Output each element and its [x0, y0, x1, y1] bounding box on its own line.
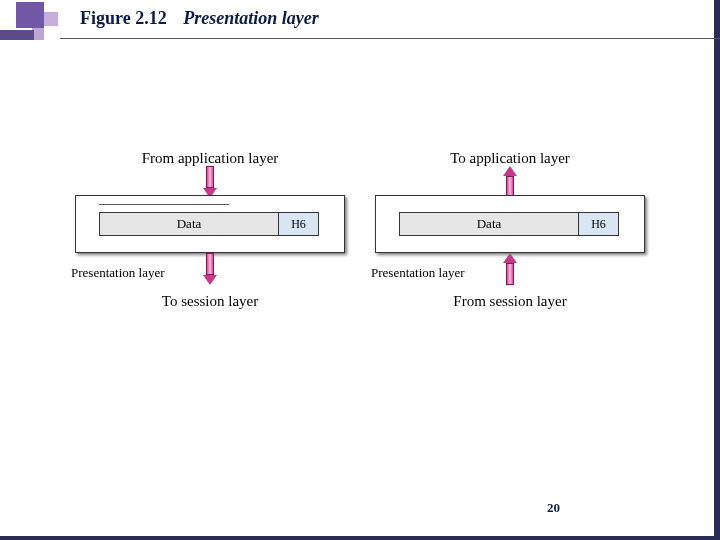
right-bottom-label: From session layer [375, 293, 645, 310]
right-data-cell: Data [399, 212, 579, 236]
left-caption: Presentation layer [71, 265, 165, 281]
right-header-cell: H6 [579, 212, 619, 236]
left-pdu: Data H6 [99, 212, 319, 236]
bottom-stripe [0, 536, 720, 540]
title: Figure 2.12 Presentation layer [80, 8, 319, 29]
diagram: From application layer Data H6 Presentat… [75, 150, 645, 350]
left-panel: From application layer Data H6 Presentat… [75, 150, 345, 350]
figure-number: Figure 2.12 [80, 8, 167, 28]
left-box-topline [99, 204, 229, 205]
right-caption: Presentation layer [371, 265, 465, 281]
figure-subject: Presentation layer [183, 8, 319, 28]
arrow-down-icon [203, 253, 217, 285]
left-header-cell: H6 [279, 212, 319, 236]
arrow-down-icon [203, 166, 217, 198]
right-stripe [714, 0, 720, 540]
right-panel: To application layer Data H6 Presentatio… [375, 150, 645, 350]
title-bar: Figure 2.12 Presentation layer [0, 0, 720, 60]
arrow-up-icon [503, 253, 517, 285]
left-data-cell: Data [99, 212, 279, 236]
slide-motif-icon [0, 0, 60, 60]
page-number: 20 [547, 500, 560, 516]
slide: Figure 2.12 Presentation layer From appl… [0, 0, 720, 540]
left-bottom-label: To session layer [75, 293, 345, 310]
left-top-label: From application layer [75, 150, 345, 167]
right-top-label: To application layer [375, 150, 645, 167]
arrow-up-icon [503, 166, 517, 198]
title-underline [60, 38, 720, 39]
right-pdu: Data H6 [399, 212, 619, 236]
